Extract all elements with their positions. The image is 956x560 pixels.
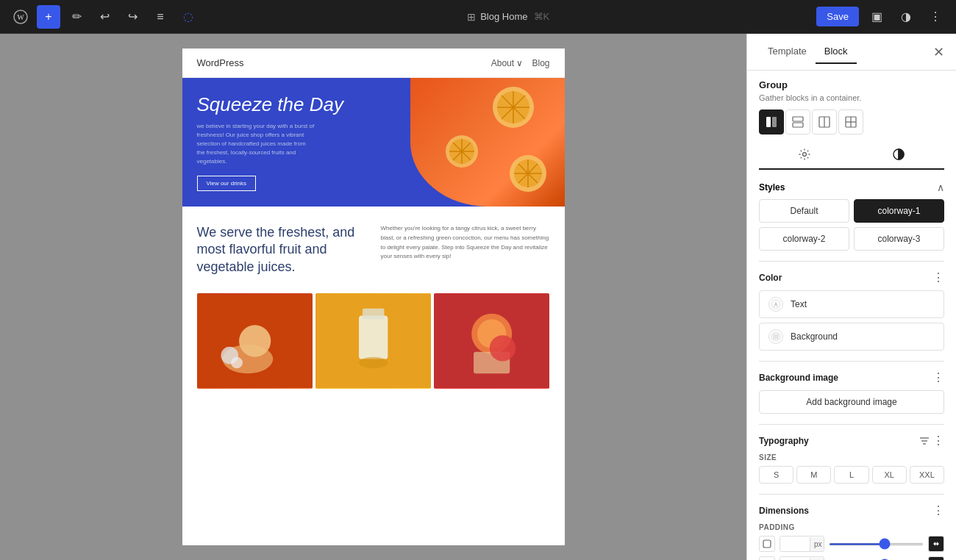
- typography-menu-button[interactable]: ⋮: [932, 434, 944, 448]
- padding-link-button-1[interactable]: [928, 536, 944, 552]
- dimensions-section: Dimensions ⋮ PADDING px: [759, 503, 944, 560]
- mid-right: Whether you're looking for a tangy citru…: [381, 224, 550, 276]
- bg-image-menu-button[interactable]: ⋮: [932, 370, 944, 384]
- image-card-2: [315, 293, 431, 389]
- bg-color-swatch: [768, 329, 783, 344]
- svg-point-43: [803, 153, 807, 157]
- padding-row-1: px: [759, 536, 944, 552]
- styles-grid-2: colorway-2 colorway-3: [759, 227, 944, 251]
- corner-icon-2[interactable]: [759, 556, 775, 560]
- hero-title: Squeeze the Day: [197, 93, 550, 116]
- padding-label: PADDING: [759, 523, 944, 531]
- layout-icon-3[interactable]: [812, 110, 837, 134]
- padding-value-1[interactable]: [780, 536, 810, 551]
- style-colorway-3[interactable]: colorway-3: [854, 227, 944, 251]
- edit-button[interactable]: ✏: [65, 5, 88, 29]
- nav-blog[interactable]: Blog: [532, 58, 549, 68]
- divider-4: [759, 494, 944, 495]
- padding-input-1: px: [780, 536, 824, 552]
- style-colorway-2[interactable]: colorway-2: [759, 227, 849, 251]
- canvas-area[interactable]: WordPress About ∨ Blog Squeeze the Day w…: [0, 34, 746, 560]
- color-text-item[interactable]: Text: [759, 290, 944, 318]
- padding-link-button-2[interactable]: [928, 556, 944, 560]
- styles-section: Styles ∧ Default colorway-1 colorway-2 c…: [759, 182, 944, 251]
- layout-icons-row: [759, 110, 944, 134]
- panel-header: Template Block ✕: [747, 34, 956, 71]
- hero-desc: we believe in starting your day with a b…: [197, 122, 315, 166]
- padding-value-2[interactable]: [780, 557, 810, 560]
- color-section-header: Color ⋮: [759, 270, 944, 284]
- add-background-image-button[interactable]: Add background image: [759, 390, 944, 414]
- image-card-3: [434, 293, 549, 389]
- size-xl-button[interactable]: XL: [872, 466, 907, 484]
- color-section: Color ⋮ Text Background: [759, 270, 944, 351]
- hero-section: Squeeze the Day we believe in starting y…: [182, 78, 565, 207]
- layout-icon-2[interactable]: [785, 110, 810, 134]
- spinner-button[interactable]: ◌: [176, 5, 200, 29]
- nav-about[interactable]: About ∨: [491, 58, 524, 68]
- tab-template[interactable]: Template: [759, 40, 816, 64]
- styles-toggle-button[interactable]: ∧: [937, 182, 944, 193]
- svg-rect-27: [363, 309, 384, 320]
- style-colorway-1[interactable]: colorway-1: [854, 199, 944, 223]
- settings-contrast-tab[interactable]: [853, 140, 944, 170]
- tab-block[interactable]: Block: [816, 40, 857, 64]
- dimensions-section-header: Dimensions ⋮: [759, 503, 944, 517]
- padding-slider-1[interactable]: [829, 543, 924, 545]
- color-menu-button[interactable]: ⋮: [932, 270, 944, 284]
- svg-rect-34: [766, 117, 771, 127]
- list-view-button[interactable]: ≡: [149, 5, 172, 29]
- size-xxl-button[interactable]: XXL: [910, 466, 944, 484]
- toolbar-left: W + ✏ ↩ ↪ ≡ ◌: [9, 5, 200, 29]
- corner-icon-1[interactable]: [759, 536, 775, 552]
- fruit-image-2: [315, 293, 431, 389]
- blog-home-text: Blog Home: [480, 11, 527, 22]
- dimensions-menu-button[interactable]: ⋮: [932, 503, 944, 517]
- redo-button[interactable]: ↪: [121, 5, 144, 29]
- settings-tabs-row: [759, 140, 944, 170]
- size-s-button[interactable]: S: [759, 466, 793, 484]
- hero-cta-button[interactable]: View our drinks: [197, 176, 257, 191]
- mid-left: We serve the freshest, and most flavorfu…: [197, 224, 366, 276]
- add-block-button[interactable]: +: [37, 5, 60, 29]
- typography-title: Typography: [759, 436, 809, 446]
- undo-button[interactable]: ↩: [93, 5, 116, 29]
- view-toggle-button[interactable]: ▣: [865, 5, 888, 29]
- size-m-button[interactable]: M: [796, 466, 831, 484]
- bg-image-title: Background image: [759, 373, 838, 383]
- text-color-label: Text: [791, 299, 807, 309]
- panel-close-button[interactable]: ✕: [933, 44, 944, 60]
- contrast-button[interactable]: ◑: [894, 5, 918, 29]
- styles-grid: Default colorway-1: [759, 199, 944, 223]
- save-button[interactable]: Save: [816, 7, 859, 26]
- svg-rect-47: [773, 334, 779, 340]
- group-title: Group: [759, 79, 944, 90]
- size-l-button[interactable]: L: [834, 466, 868, 484]
- more-options-button[interactable]: ⋮: [924, 5, 947, 29]
- mid-section: We serve the freshest, and most flavorfu…: [182, 207, 565, 293]
- main-area: WordPress About ∨ Blog Squeeze the Day w…: [0, 34, 956, 560]
- site-nav-links: About ∨ Blog: [491, 58, 550, 68]
- px-unit-2: px: [810, 558, 824, 561]
- svg-rect-35: [772, 117, 777, 127]
- svg-point-24: [231, 357, 243, 369]
- svg-rect-26: [359, 316, 388, 359]
- color-background-item[interactable]: Background: [759, 323, 944, 351]
- layout-icon-4[interactable]: [838, 110, 863, 134]
- wp-logo-icon[interactable]: W: [9, 5, 32, 29]
- shortcut-label: ⌘K: [534, 11, 550, 22]
- styles-header: Styles ∧: [759, 182, 944, 193]
- typography-section: Typography ⋮ SIZE S: [759, 434, 944, 484]
- bg-color-label: Background: [791, 331, 838, 342]
- svg-point-28: [359, 357, 388, 369]
- settings-gear-tab[interactable]: [759, 140, 850, 170]
- style-default[interactable]: Default: [759, 199, 849, 223]
- layout-icon-1[interactable]: [759, 110, 784, 134]
- fruit-image-1: [197, 293, 313, 389]
- padding-input-2: px: [780, 556, 824, 560]
- svg-rect-36: [793, 117, 803, 121]
- right-panel: Template Block ✕ Group Gather blocks in …: [746, 34, 956, 560]
- typography-filter-button[interactable]: [919, 436, 930, 446]
- divider-3: [759, 424, 944, 425]
- image-card-1: [197, 293, 313, 389]
